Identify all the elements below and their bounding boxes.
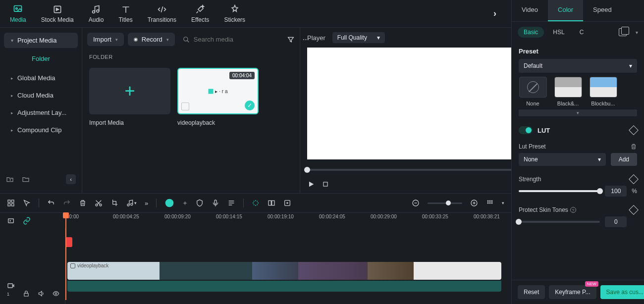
stop-button[interactable] (322, 181, 329, 188)
nav-transitions[interactable]: Transitions (148, 4, 176, 23)
track-lock-icon[interactable] (23, 290, 30, 297)
tl-grid-icon[interactable] (7, 199, 15, 207)
search-input[interactable] (194, 36, 277, 43)
undo-icon[interactable] (47, 199, 55, 207)
chevron-down-icon[interactable]: ▾ (636, 30, 638, 35)
add-frame-icon[interactable] (283, 199, 291, 207)
folder-link[interactable]: Folder (4, 48, 78, 69)
media-clip-thumb[interactable]: ▸ · r a 00:04:04 ✓ (177, 68, 259, 114)
keyframe-panel-button[interactable]: Keyframe P...NEW (549, 285, 596, 299)
timeline-ruler[interactable]: 00:00 00:00:04:25 00:00:09:20 00:00:14:1… (65, 213, 511, 228)
nav-stickers[interactable]: Stickers (224, 4, 245, 23)
preset-expand[interactable]: ▾ (519, 109, 637, 116)
slider-knob[interactable] (516, 219, 522, 225)
caret-down-icon: ▾ (11, 38, 13, 43)
folder-icon[interactable] (22, 175, 30, 183)
sidebar-compound-clip[interactable]: ▸Compound Clip (4, 121, 78, 139)
sidebar-global-media[interactable]: ▸Global Media (4, 69, 78, 87)
view-grid-icon[interactable] (486, 199, 494, 207)
skin-slider[interactable] (519, 221, 600, 223)
subtab-hsl[interactable]: HSL (547, 27, 570, 38)
shield-icon[interactable] (196, 199, 204, 207)
link-icon[interactable] (23, 217, 31, 225)
nav-effects[interactable]: Effects (191, 4, 209, 23)
play-button[interactable] (307, 180, 315, 188)
nav-stock[interactable]: Stock Media (41, 4, 74, 23)
lut-toggle[interactable] (519, 126, 533, 134)
lut-add-button[interactable]: Add (611, 153, 637, 166)
keyframe-icon[interactable] (629, 125, 639, 135)
timeline-clip[interactable]: videoplayback (67, 262, 501, 280)
render-icon[interactable] (252, 199, 260, 207)
info-icon[interactable]: ? (570, 207, 576, 213)
crop-icon[interactable] (110, 199, 118, 207)
music-icon[interactable]: ▾ (126, 199, 137, 207)
track-mute-icon[interactable] (38, 290, 45, 297)
trash-icon[interactable] (630, 143, 637, 150)
track-visible-icon[interactable] (53, 290, 59, 297)
sidebar-cloud-media[interactable]: ▸Cloud Media (4, 87, 78, 104)
timeline-audio[interactable] (67, 281, 501, 292)
zoom-slider[interactable] (428, 203, 462, 204)
project-media-chip[interactable]: ▾ Project Media (4, 33, 78, 48)
zoom-in-icon[interactable] (470, 199, 478, 207)
lut-dropdown[interactable]: None▾ (519, 153, 606, 166)
tab-color[interactable]: Color (548, 0, 583, 21)
svg-rect-31 (489, 203, 491, 204)
expand-icon[interactable]: » (145, 200, 148, 207)
preset-blockbuster[interactable]: Blockbu... (589, 77, 617, 106)
playhead[interactable] (65, 213, 66, 300)
slider-knob[interactable] (597, 188, 603, 194)
redo-icon[interactable] (63, 199, 71, 207)
cut-icon[interactable] (95, 199, 103, 207)
delete-icon[interactable] (79, 199, 87, 207)
mic-icon[interactable] (212, 199, 219, 207)
list-icon[interactable] (227, 199, 235, 207)
track-video-icon[interactable]: 1 (7, 282, 15, 297)
preset-label: Black&... (557, 101, 579, 106)
timeline-add-icon[interactable] (7, 217, 15, 225)
import-button[interactable]: Import▾ (87, 33, 124, 46)
import-media-card[interactable]: + (89, 68, 170, 114)
split-view-icon[interactable] (268, 199, 275, 207)
quality-dropdown[interactable]: Full Quality▾ (332, 32, 385, 43)
svg-point-36 (55, 293, 57, 295)
save-custom-button[interactable]: Save as cus... (600, 285, 644, 299)
svg-rect-13 (11, 200, 14, 203)
svg-rect-15 (11, 203, 14, 206)
sparkle-icon[interactable]: ✦ (182, 200, 188, 207)
scrub-bar[interactable] (307, 169, 532, 171)
ai-icon[interactable] (164, 198, 174, 208)
scrub-handle[interactable] (304, 167, 310, 173)
preset-bw[interactable]: Black&... (554, 77, 582, 106)
subtab-curves[interactable]: C (574, 27, 590, 38)
zoom-knob[interactable] (446, 201, 451, 205)
subtab-basic[interactable]: Basic (518, 27, 544, 38)
nav-titles[interactable]: Titles (118, 4, 132, 23)
skin-value[interactable]: 0 (605, 216, 627, 227)
tab-speed[interactable]: Speed (583, 0, 622, 21)
collapse-sidebar[interactable]: ‹ (66, 174, 76, 184)
zoom-out-icon[interactable] (412, 199, 420, 207)
tab-video[interactable]: Video (512, 0, 548, 21)
compare-icon[interactable] (619, 28, 627, 36)
filter-icon[interactable] (285, 36, 297, 44)
strength-value[interactable]: 100 (605, 186, 627, 197)
audio-icon (91, 4, 101, 14)
nav-stock-label: Stock Media (41, 16, 74, 23)
tl-cursor-icon[interactable] (23, 199, 31, 207)
svg-rect-14 (8, 203, 10, 206)
nav-more[interactable]: › (488, 8, 501, 19)
record-button[interactable]: Record▾ (128, 33, 175, 46)
nav-media[interactable]: Media (10, 4, 26, 23)
preset-none[interactable]: None (519, 77, 547, 106)
strength-slider[interactable] (519, 190, 600, 192)
svg-rect-12 (8, 200, 10, 203)
preset-dropdown[interactable]: Default▾ (519, 59, 637, 73)
reset-button[interactable]: Reset (518, 285, 545, 299)
timeline-marker[interactable] (65, 237, 72, 247)
nav-audio[interactable]: Audio (89, 4, 104, 23)
view-caret-icon[interactable]: ▾ (502, 201, 504, 205)
sidebar-adjustment-layer[interactable]: ▸Adjustment Lay... (4, 104, 78, 121)
new-folder-icon[interactable] (6, 175, 14, 183)
